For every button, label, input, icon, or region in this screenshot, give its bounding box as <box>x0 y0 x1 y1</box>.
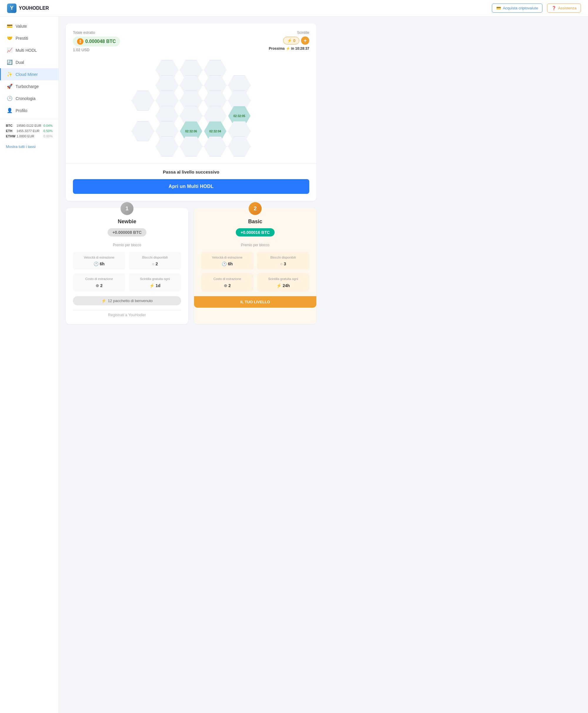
blocks-value-basic: 3 <box>284 262 286 266</box>
lightning-icon-small: ⚡ <box>287 38 292 43</box>
rate-change-eth: 0.50% <box>43 129 52 133</box>
level-card-newbie: 1 Newbie +0.000008 BTC Premio per blocco… <box>66 208 188 324</box>
hex-cell <box>180 137 202 156</box>
mining-card: Totale estratto ₿ 0.000048 BTC 1.02 USD … <box>66 23 316 201</box>
rate-label-eth: ETH <box>6 129 15 133</box>
per-block-basic: Premio per blocco <box>201 243 309 247</box>
blocks-value: 2 <box>155 262 158 266</box>
per-block-newbie: Premio per blocco <box>73 243 181 247</box>
rate-label-btc: BTC <box>6 124 15 127</box>
stat-mining-speed-basic: Velocità di estrazione 🕐 6h <box>201 252 253 270</box>
help-button[interactable]: ❓ Assistenza <box>547 3 581 13</box>
stat-label: Scintilla gratuita ogni <box>132 277 177 281</box>
sidebar-item-valute[interactable]: 💳 Valute <box>0 20 59 32</box>
rocket-icon: 🚀 <box>7 84 13 89</box>
spark-count: 0 <box>293 38 295 43</box>
usd-value: 1.02 USD <box>73 48 120 52</box>
rate-value-eth: 1455.3277 EUR <box>17 129 39 133</box>
reward-badge-newbie: +0.000008 BTC <box>108 228 146 237</box>
add-spark-button[interactable]: + <box>301 37 309 45</box>
level-card-basic: 2 Basic +0.000016 BTC Premio per blocco … <box>194 208 316 324</box>
btc-icon: ₿ <box>77 38 84 45</box>
stat-label: Costo di estrazione <box>205 277 250 281</box>
chart-icon: 📈 <box>7 47 13 53</box>
spark-cost-icon: ⊕ <box>224 283 227 288</box>
your-level-button[interactable]: IL TUO LIVELLO <box>194 296 316 308</box>
sidebar-label-turbocharge: Turbocharge <box>16 84 39 89</box>
show-all-rates-link[interactable]: Mostra tutti i tassi <box>0 142 59 151</box>
credit-card-icon: 💳 <box>496 6 501 10</box>
sidebar-label-prestiti: Prestiti <box>16 36 28 41</box>
stats-grid-newbie: Velocità di estrazione 🕐 6h Blocchi disp… <box>73 252 181 291</box>
sidebar-label-multihodl: Multi HODL <box>16 48 37 53</box>
stat-free-spark-newbie: Scintilla gratuita ogni ⚡ 1d <box>129 273 181 291</box>
sidebar-item-multihodl[interactable]: 📈 Multi HODL <box>0 44 59 56</box>
speed-value: 6h <box>100 262 104 266</box>
sidebar-item-dual[interactable]: 🔄 Dual <box>0 56 59 68</box>
btc-amount-badge: ₿ 0.000048 BTC <box>73 37 120 46</box>
speed-value-basic: 6h <box>228 262 233 266</box>
stat-value: ⊕ 2 <box>77 283 122 288</box>
buy-crypto-button[interactable]: 💳 Acquista criptovalute <box>492 3 542 13</box>
dual-icon: 🔄 <box>7 59 13 65</box>
sidebar-item-prestiti[interactable]: 🤝 Prestiti <box>0 32 59 44</box>
sidebar-label-dual: Dual <box>16 60 24 65</box>
circle-icon: ○ <box>280 262 282 266</box>
circle-icon: ○ <box>152 262 154 266</box>
stat-blocks-basic: Blocchi disponibili ○ 3 <box>257 252 309 270</box>
free-spark-value-basic: 24h <box>282 283 290 288</box>
history-icon: 🕑 <box>7 96 13 101</box>
sidebar-item-turbocharge[interactable]: 🚀 Turbocharge <box>0 80 59 93</box>
btc-amount: 0.000048 BTC <box>85 39 116 44</box>
lightning-icon-next: ⚡ in <box>286 46 295 50</box>
main-layout: 💳 Valute 🤝 Prestiti 📈 Multi HODL 🔄 Dual … <box>0 17 588 713</box>
rate-row-btc: BTC 19580.0122 EUR 0.04% <box>6 124 52 127</box>
honeycomb-grid: 02:32:05 02:32:06 02:32:04 <box>124 60 259 155</box>
sidebar-item-cronologia[interactable]: 🕑 Cronologia <box>0 93 59 104</box>
stats-grid-basic: Velocità di estrazione 🕐 6h Blocchi disp… <box>201 252 309 291</box>
stat-label: Velocità di estrazione <box>205 255 250 260</box>
level-badge-1: 1 <box>121 202 133 215</box>
mining-card-header: Totale estratto ₿ 0.000048 BTC 1.02 USD … <box>73 30 309 52</box>
level-name-basic: Basic <box>201 219 309 225</box>
reward-badge-basic: +0.000016 BTC <box>236 228 274 237</box>
lightning-icon: ⚡ <box>276 283 281 288</box>
honeycomb-container: 02:32:05 02:32:06 02:32:04 <box>73 55 309 163</box>
open-multihodl-button[interactable]: Apri un Multi HODL <box>73 179 309 194</box>
next-spark-info: Prossima ⚡ in 10:28:37 <box>269 46 309 50</box>
rate-label-ethw: ETHW <box>6 135 15 138</box>
profile-icon: 👤 <box>7 108 13 113</box>
help-btn-label: Assistenza <box>558 6 576 10</box>
stat-free-spark-basic: Scintilla gratuita ogni ⚡ 24h <box>257 273 309 291</box>
rate-value-btc: 19580.0122 EUR <box>17 124 41 127</box>
next-spark-label: Prossima <box>269 46 285 50</box>
logo-text: YOUHODLER <box>19 5 49 11</box>
loan-icon: 🤝 <box>7 35 13 41</box>
lightning-welcome-icon: ⚡ <box>101 299 106 303</box>
scintille-controls: ⚡ 0 + <box>269 37 309 45</box>
stat-value: ⚡ 1d <box>132 283 177 288</box>
sidebar-label-valute: Valute <box>16 24 27 28</box>
rates-section: BTC 19580.0122 EUR 0.04% ETH 1455.3277 E… <box>0 119 59 142</box>
stat-cost-basic: Costo di estrazione ⊕ 2 <box>201 273 253 291</box>
logo: Y YOUHODLER <box>7 3 49 13</box>
rate-change-btc: 0.04% <box>43 124 52 127</box>
miner-icon: ✨ <box>7 72 13 77</box>
spark-count-badge: ⚡ 0 <box>283 37 299 44</box>
lightning-icon: ⚡ <box>149 283 154 288</box>
stat-value: 🕐 6h <box>77 262 122 266</box>
level-number-2: 2 <box>254 206 257 212</box>
main-content: Totale estratto ₿ 0.000048 BTC 1.02 USD … <box>59 17 323 713</box>
buy-btn-label: Acquista criptovalute <box>503 6 538 10</box>
stat-label: Costo di estrazione <box>77 277 122 281</box>
sidebar-label-cronologia: Cronologia <box>16 96 36 101</box>
sidebar-label-profilo: Profilo <box>16 108 27 113</box>
hex-cell <box>132 121 154 141</box>
level-name-newbie: Newbie <box>73 219 181 225</box>
sidebar-item-cloudminer[interactable]: ✨ Cloud Miner <box>0 68 59 80</box>
stat-blocks-newbie: Blocchi disponibili ○ 2 <box>129 252 181 270</box>
cost-value-basic: 2 <box>228 283 231 288</box>
sidebar-item-profilo[interactable]: 👤 Profilo <box>0 104 59 117</box>
help-icon: ❓ <box>551 6 556 10</box>
sidebar: 💳 Valute 🤝 Prestiti 📈 Multi HODL 🔄 Dual … <box>0 17 59 713</box>
